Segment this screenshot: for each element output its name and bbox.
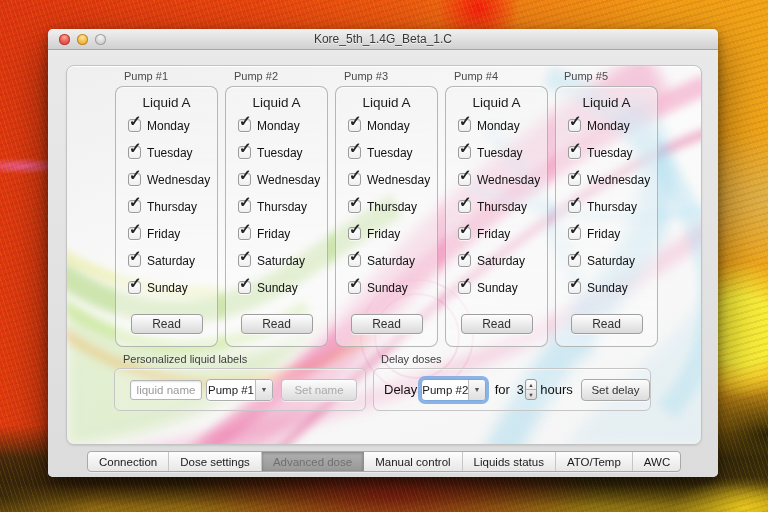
- close-window-icon[interactable]: [59, 34, 70, 45]
- day-checkbox-row: ✓Tuesday: [336, 139, 437, 166]
- read-button[interactable]: Read: [351, 314, 423, 334]
- zoom-window-icon[interactable]: [95, 34, 106, 45]
- day-checkbox[interactable]: ✓: [568, 281, 581, 294]
- tab-ato-temp[interactable]: ATO/Temp: [556, 452, 633, 471]
- day-label: Sunday: [587, 281, 628, 295]
- day-checkbox[interactable]: ✓: [568, 173, 581, 186]
- day-checkbox[interactable]: ✓: [458, 173, 471, 186]
- day-checkbox[interactable]: ✓: [128, 146, 141, 159]
- day-checkbox[interactable]: ✓: [568, 146, 581, 159]
- checkmark-icon: ✓: [349, 113, 362, 128]
- read-button[interactable]: Read: [241, 314, 313, 334]
- day-checkbox[interactable]: ✓: [458, 119, 471, 132]
- liquid-name-input[interactable]: [130, 380, 202, 400]
- stepper-down-icon[interactable]: ▼: [526, 390, 537, 399]
- day-checkbox[interactable]: ✓: [458, 200, 471, 213]
- day-label: Monday: [587, 119, 630, 133]
- labels-pump-select[interactable]: Pump #1 ▼: [206, 379, 273, 401]
- pump-panel: Liquid A✓Monday✓Tuesday✓Wednesday✓Thursd…: [335, 86, 438, 347]
- read-button[interactable]: Read: [461, 314, 533, 334]
- day-checkbox[interactable]: ✓: [128, 119, 141, 132]
- day-checkbox[interactable]: ✓: [458, 281, 471, 294]
- day-label: Thursday: [587, 200, 637, 214]
- checkmark-icon: ✓: [349, 140, 362, 155]
- delay-label: Delay: [384, 382, 417, 397]
- day-checkbox[interactable]: ✓: [348, 146, 361, 159]
- read-button[interactable]: Read: [571, 314, 643, 334]
- day-label: Thursday: [257, 200, 307, 214]
- tab-connection[interactable]: Connection: [88, 452, 169, 471]
- day-checkbox-row: ✓Wednesday: [116, 166, 217, 193]
- checkmark-icon: ✓: [569, 113, 582, 128]
- day-checkbox-row: ✓Friday: [116, 220, 217, 247]
- checkmark-icon: ✓: [129, 221, 142, 236]
- day-checkbox-row: ✓Wednesday: [446, 166, 547, 193]
- day-label: Wednesday: [147, 173, 210, 187]
- day-checkbox[interactable]: ✓: [238, 146, 251, 159]
- day-checkbox[interactable]: ✓: [128, 173, 141, 186]
- day-checkbox[interactable]: ✓: [128, 254, 141, 267]
- tab-dose-settings[interactable]: Dose settings: [169, 452, 262, 471]
- liquid-name-label: Liquid A: [556, 95, 657, 112]
- minimize-window-icon[interactable]: [77, 34, 88, 45]
- tab-manual-control[interactable]: Manual control: [364, 452, 462, 471]
- pump-group-label: Pump #2: [234, 70, 328, 83]
- day-checkbox[interactable]: ✓: [128, 281, 141, 294]
- day-checkbox-row: ✓Tuesday: [116, 139, 217, 166]
- day-checkbox[interactable]: ✓: [348, 281, 361, 294]
- day-checkbox[interactable]: ✓: [348, 227, 361, 240]
- day-label: Tuesday: [587, 146, 633, 160]
- day-checkbox[interactable]: ✓: [568, 254, 581, 267]
- checkmark-icon: ✓: [239, 248, 252, 263]
- day-label: Sunday: [147, 281, 188, 295]
- day-checkbox[interactable]: ✓: [128, 227, 141, 240]
- day-checkbox[interactable]: ✓: [458, 254, 471, 267]
- day-label: Monday: [477, 119, 520, 133]
- day-checkbox[interactable]: ✓: [238, 281, 251, 294]
- day-checkbox[interactable]: ✓: [238, 254, 251, 267]
- day-label: Friday: [477, 227, 510, 241]
- day-checkbox[interactable]: ✓: [238, 200, 251, 213]
- tab-liquids-status[interactable]: Liquids status: [463, 452, 556, 471]
- day-checkbox[interactable]: ✓: [128, 200, 141, 213]
- day-label: Thursday: [367, 200, 417, 214]
- delay-pump-select[interactable]: Pump #2 ▼: [421, 379, 485, 401]
- checkmark-icon: ✓: [459, 140, 472, 155]
- liquid-labels-group-title: Personalized liquid labels: [123, 353, 247, 365]
- day-checkbox-row: ✓Thursday: [446, 193, 547, 220]
- set-name-button[interactable]: Set name: [281, 379, 357, 401]
- day-checkbox[interactable]: ✓: [568, 227, 581, 240]
- day-checkbox[interactable]: ✓: [568, 200, 581, 213]
- hours-stepper[interactable]: ▲ ▼: [525, 379, 538, 400]
- tab-advanced-dose[interactable]: Advanced dose: [262, 452, 364, 471]
- day-checkbox[interactable]: ✓: [458, 227, 471, 240]
- hours-value[interactable]: 3: [517, 383, 524, 397]
- day-checkbox[interactable]: ✓: [348, 119, 361, 132]
- day-checkbox[interactable]: ✓: [238, 227, 251, 240]
- read-button[interactable]: Read: [131, 314, 203, 334]
- day-checkbox[interactable]: ✓: [458, 146, 471, 159]
- day-checkbox[interactable]: ✓: [238, 173, 251, 186]
- window-title: Kore_5th_1.4G_Beta_1.C: [48, 29, 718, 49]
- day-label: Tuesday: [147, 146, 193, 160]
- day-checkbox[interactable]: ✓: [238, 119, 251, 132]
- day-checkbox[interactable]: ✓: [568, 119, 581, 132]
- for-label: for: [495, 382, 510, 397]
- pump-group-label: Pump #4: [454, 70, 548, 83]
- day-checkbox-row: ✓Monday: [336, 112, 437, 139]
- day-checkbox-row: ✓Monday: [116, 112, 217, 139]
- day-checkbox[interactable]: ✓: [348, 173, 361, 186]
- checkmark-icon: ✓: [569, 167, 582, 182]
- set-delay-button[interactable]: Set delay: [581, 379, 650, 401]
- day-checkbox[interactable]: ✓: [348, 200, 361, 213]
- checkmark-icon: ✓: [349, 248, 362, 263]
- title-bar[interactable]: Kore_5th_1.4G_Beta_1.C: [48, 29, 718, 50]
- day-checkbox-row: ✓Friday: [446, 220, 547, 247]
- tab-awc[interactable]: AWC: [633, 452, 681, 471]
- stepper-up-icon[interactable]: ▲: [526, 380, 537, 390]
- day-checkbox[interactable]: ✓: [348, 254, 361, 267]
- day-checkbox-row: ✓Monday: [556, 112, 657, 139]
- day-checkbox-row: ✓Thursday: [556, 193, 657, 220]
- day-checkbox-row: ✓Sunday: [116, 274, 217, 301]
- checkmark-icon: ✓: [129, 113, 142, 128]
